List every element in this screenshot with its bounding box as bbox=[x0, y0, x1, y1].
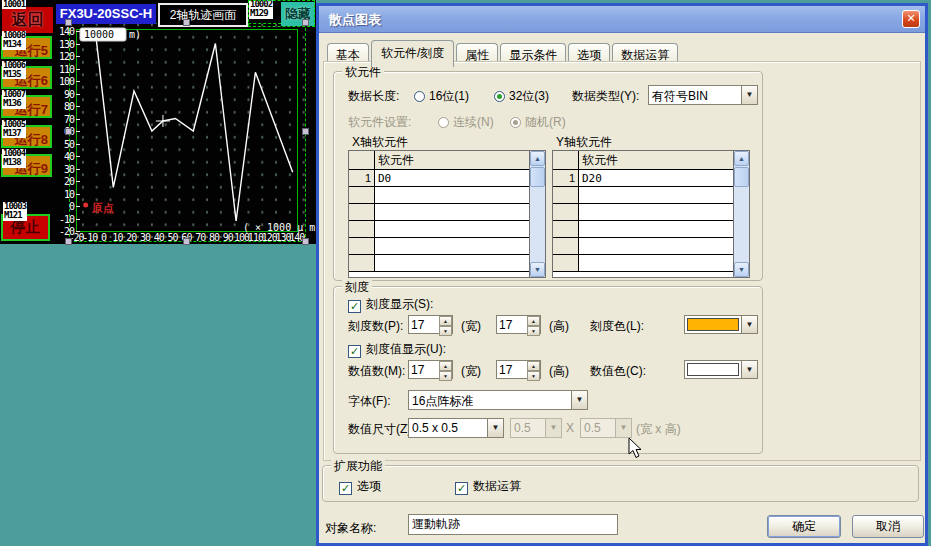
spinner-down-icon[interactable]: ▼ bbox=[439, 326, 452, 336]
value-size-width-value: 0.5 bbox=[511, 419, 545, 437]
device-cell[interactable] bbox=[579, 221, 733, 237]
object-name-input[interactable] bbox=[408, 514, 618, 535]
selection-handle[interactable] bbox=[183, 238, 190, 245]
scale-group: 刻度 ✓刻度显示(S): 刻度数(P): 17 ▲▼ (宽) 17 ▲▼ (高)… bbox=[333, 286, 763, 454]
value-count-width-spinner[interactable]: 17 ▲▼ bbox=[408, 360, 453, 379]
option-check-icon[interactable]: ✓ bbox=[339, 482, 352, 495]
selection-handle[interactable] bbox=[183, 19, 190, 26]
dialog-titlebar[interactable]: 散点图表 ✕ bbox=[319, 6, 925, 33]
device-table-row[interactable] bbox=[349, 187, 529, 204]
scroll-up-icon[interactable]: ▲ bbox=[530, 151, 545, 166]
device-table-row[interactable] bbox=[349, 255, 529, 272]
x-device-table[interactable]: 软元件1D0▲▼ bbox=[348, 150, 546, 278]
y-tick-mark bbox=[76, 194, 80, 195]
vertical-scrollbar[interactable]: ▲▼ bbox=[733, 151, 749, 277]
scale-display-check-icon[interactable]: ✓ bbox=[348, 300, 361, 313]
scale-color-combo[interactable]: ▼ bbox=[684, 315, 758, 334]
device-table-row[interactable]: 1D0 bbox=[349, 170, 529, 187]
value-display-label: 刻度值显示(U): bbox=[366, 342, 446, 356]
spinner-up-icon[interactable]: ▲ bbox=[527, 361, 540, 371]
selection-handle[interactable] bbox=[302, 19, 309, 26]
value-size-label: 数值尺寸(Z): bbox=[348, 421, 415, 438]
close-icon[interactable]: ✕ bbox=[902, 10, 920, 28]
option-checkbox[interactable]: ✓选项 bbox=[339, 478, 381, 495]
scroll-up-icon[interactable]: ▲ bbox=[734, 151, 749, 166]
y-tick-label: 0 bbox=[52, 202, 74, 212]
value-height-suffix: (高) bbox=[549, 363, 569, 380]
device-cell[interactable] bbox=[375, 238, 529, 254]
radio-random: 随机(R) bbox=[510, 114, 566, 131]
value-count-height-spinner[interactable]: 17 ▲▼ bbox=[496, 360, 541, 379]
device-table-row[interactable] bbox=[553, 238, 733, 255]
y-tick-mark bbox=[76, 44, 80, 45]
vertical-scrollbar[interactable]: ▲▼ bbox=[529, 151, 545, 277]
device-table-row[interactable] bbox=[553, 221, 733, 238]
device-cell[interactable] bbox=[579, 238, 733, 254]
selection-handle[interactable] bbox=[302, 128, 309, 135]
selection-handle[interactable] bbox=[65, 19, 72, 26]
value-color-combo[interactable]: ▼ bbox=[684, 360, 758, 379]
radio-16bit[interactable]: 16位(1) bbox=[414, 88, 469, 105]
spinner-down-icon[interactable]: ▼ bbox=[527, 326, 540, 336]
device-cell[interactable] bbox=[375, 187, 529, 203]
scale-display-checkbox[interactable]: ✓刻度显示(S): bbox=[348, 296, 433, 313]
chevron-down-icon[interactable]: ▼ bbox=[571, 391, 587, 409]
device-table-row[interactable] bbox=[553, 204, 733, 221]
device-cell[interactable] bbox=[579, 255, 733, 271]
scrollbar-track[interactable] bbox=[530, 188, 545, 262]
device-cell[interactable] bbox=[375, 221, 529, 237]
spinner-down-icon[interactable]: ▼ bbox=[527, 371, 540, 381]
value-count-label: 数值数(M): bbox=[348, 363, 405, 380]
spinner-up-icon[interactable]: ▲ bbox=[527, 316, 540, 326]
hmi-screen-preview: 10001 返回 FX3U-20SSC-H 2轴轨迹画面 10002 M129 … bbox=[0, 0, 316, 244]
spinner-down-icon[interactable]: ▼ bbox=[439, 371, 452, 381]
selection-handle[interactable] bbox=[65, 128, 72, 135]
radio-16bit-circle[interactable] bbox=[414, 91, 425, 102]
chevron-down-icon[interactable]: ▼ bbox=[741, 316, 757, 333]
device-cell[interactable] bbox=[375, 204, 529, 220]
scale-count-height-spinner[interactable]: 17 ▲▼ bbox=[496, 315, 541, 334]
selection-handle[interactable] bbox=[302, 238, 309, 245]
spinner-up-icon[interactable]: ▲ bbox=[439, 316, 452, 326]
chevron-down-icon[interactable]: ▼ bbox=[487, 419, 503, 437]
scale-display-label: 刻度显示(S): bbox=[366, 297, 433, 311]
scroll-down-icon[interactable]: ▼ bbox=[530, 262, 545, 277]
radio-32bit[interactable]: 32位(3) bbox=[494, 88, 549, 105]
device-cell[interactable] bbox=[579, 204, 733, 220]
scrollbar-track[interactable] bbox=[734, 188, 749, 262]
device-table-row[interactable] bbox=[553, 255, 733, 272]
scrollbar-thumb[interactable] bbox=[530, 167, 545, 187]
value-display-checkbox[interactable]: ✓刻度值显示(U): bbox=[348, 341, 446, 358]
y-tick-mark bbox=[76, 219, 80, 220]
scale-count-width-spinner[interactable]: 17 ▲▼ bbox=[408, 315, 453, 334]
tab-2[interactable]: 软元件/刻度 bbox=[371, 40, 454, 67]
device-table-row[interactable] bbox=[349, 238, 529, 255]
stop-button-id-chip: 10003 M121 bbox=[3, 202, 27, 221]
scroll-down-icon[interactable]: ▼ bbox=[734, 262, 749, 277]
cancel-button[interactable]: 取消 bbox=[852, 515, 924, 538]
device-cell[interactable]: D20 bbox=[579, 170, 733, 186]
device-table-row[interactable] bbox=[349, 221, 529, 238]
value-display-check-icon[interactable]: ✓ bbox=[348, 345, 361, 358]
selection-handle[interactable] bbox=[65, 238, 72, 245]
data-operation-check-icon[interactable]: ✓ bbox=[455, 482, 468, 495]
device-table-row[interactable] bbox=[553, 187, 733, 204]
device-cell[interactable] bbox=[375, 255, 529, 271]
chart-selection-frame bbox=[76, 29, 298, 232]
device-table-row[interactable]: 1D20 bbox=[553, 170, 733, 187]
chevron-down-icon[interactable]: ▼ bbox=[741, 361, 757, 378]
device-cell[interactable] bbox=[579, 187, 733, 203]
radio-32bit-circle[interactable] bbox=[494, 91, 505, 102]
value-size-combo[interactable]: 0.5 x 0.5 ▼ bbox=[408, 418, 504, 438]
device-cell[interactable]: D0 bbox=[375, 170, 529, 186]
font-combo[interactable]: 16点阵标准 ▼ bbox=[408, 390, 588, 410]
scale-color-label: 刻度色(L): bbox=[590, 318, 644, 335]
scrollbar-thumb[interactable] bbox=[734, 167, 749, 187]
data-operation-checkbox[interactable]: ✓数据运算 bbox=[455, 478, 521, 495]
spinner-up-icon[interactable]: ▲ bbox=[439, 361, 452, 371]
device-table-row[interactable] bbox=[349, 204, 529, 221]
data-type-combo[interactable]: 有符号BIN ▼ bbox=[648, 85, 758, 105]
y-device-table[interactable]: 软元件1D20▲▼ bbox=[552, 150, 750, 278]
chevron-down-icon[interactable]: ▼ bbox=[741, 86, 757, 104]
ok-button[interactable]: 确定 bbox=[767, 515, 841, 538]
